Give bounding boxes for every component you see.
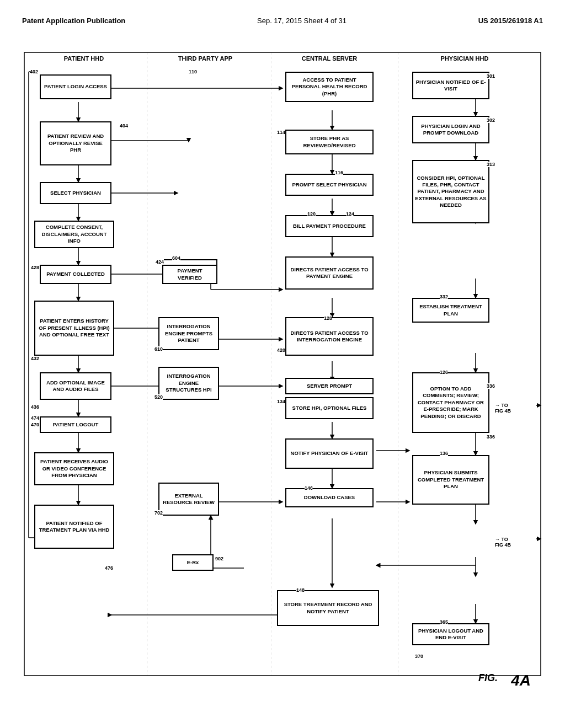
box-patient-enters-hpi: PATIENT ENTERS HISTORY OF PRESENT ILLNES… — [34, 301, 114, 356]
label-902: 902 — [215, 556, 223, 561]
box-interrogation-structures: INTERROGATION ENGINE STRUCTURES HPI — [158, 367, 219, 400]
box-add-optional: ADD OPTIONAL IMAGE AND AUDIO FILES — [40, 372, 111, 400]
box-access-phr: ACCESS TO PATIENT PERSONAL HEALTH RECORD… — [285, 72, 374, 102]
label-120: 120 — [307, 211, 316, 217]
header-left: Patent Application Publication — [22, 17, 125, 25]
label-332: 332 — [440, 294, 448, 299]
label-136: 136 — [440, 451, 448, 456]
label-301: 301 — [487, 73, 495, 79]
box-physician-login: PHYSICIAN LOGIN AND PROMPT DOWNLOAD — [412, 116, 489, 143]
col-header-physician: PHYSICIAN HHD — [404, 55, 525, 62]
box-physician-notified: PHYSICIAN NOTIFIED OF E-VISIT — [412, 72, 489, 99]
label-134: 134 — [277, 399, 285, 404]
label-604: 604 — [172, 255, 180, 261]
label-424: 424 — [156, 259, 164, 265]
label-110: 110 — [189, 69, 197, 74]
box-download-cases: DOWNLOAD CASES — [285, 488, 374, 507]
label-336b: 336 — [487, 434, 495, 440]
header-center: Sep. 17, 2015 Sheet 4 of 31 — [257, 17, 347, 25]
col-header-central-server: CENTRAL SERVER — [274, 55, 385, 62]
label-420: 420 — [277, 347, 285, 353]
label-476: 476 — [105, 565, 113, 571]
box-external-resource: EXTERNAL RESOURCE REVIEW — [158, 483, 219, 516]
box-physician-logout: PHYSICIAN LOGOUT AND END E-VISIT — [412, 623, 489, 645]
box-store-treatment: STORE TREATMENT RECORD AND NOTIFY PATIEN… — [277, 590, 379, 626]
label-to-fig4b-2: → TOFIG 4B — [495, 537, 511, 548]
box-option-to-add: OPTION TO ADD COMMENTS; REVIEW; CONTACT … — [412, 372, 489, 433]
label-404: 404 — [120, 123, 128, 129]
col-header-patient: PATIENT HHD — [29, 55, 139, 62]
col-header-third-party: THIRD PARTY APP — [150, 55, 260, 62]
label-520: 520 — [154, 394, 163, 400]
box-patient-receives: PATIENT RECEIVES AUDIO OR VIDEO CONFEREN… — [34, 452, 114, 485]
box-establish-treatment: ESTABLISH TREATMENT PLAN — [412, 298, 489, 323]
label-436: 436 — [31, 404, 39, 410]
label-146: 146 — [305, 485, 313, 491]
box-store-phr: STORE PHR AS REVIEWED/REVISED — [285, 130, 374, 154]
box-patient-review: PATIENT REVIEW AND OPTIONALLY REVISE PHR — [40, 121, 111, 165]
label-313: 313 — [487, 162, 495, 167]
label-702: 702 — [154, 510, 163, 516]
label-116: 116 — [335, 170, 343, 175]
label-124: 124 — [346, 211, 354, 217]
page: Patent Application Publication Sep. 17, … — [0, 0, 565, 728]
label-to-fig4b-1: → TOFIG 4B — [495, 403, 511, 414]
label-432: 432 — [31, 356, 39, 361]
box-interrogation-prompts: INTERROGATION ENGINE PROMPTS PATIENT — [158, 317, 219, 350]
box-physician-submits: PHYSICIAN SUBMITS COMPLETED TREATMENT PL… — [412, 455, 489, 505]
header-right: US 2015/261918 A1 — [478, 17, 543, 25]
box-select-physician: SELECT PHYSICIAN — [40, 182, 111, 204]
box-directs-patient-payment: DIRECTS PATIENT ACCESS TO PAYMENT ENGINE — [285, 256, 374, 290]
page-header: Patent Application Publication Sep. 17, … — [22, 11, 543, 36]
box-prompt-select: PROMPT SELECT PHYSICIAN — [285, 174, 374, 196]
label-114: 114 — [277, 130, 285, 135]
box-complete-consent: COMPLETE CONSENT, DISCLAIMERS, ACCOUNT I… — [34, 221, 114, 248]
label-402: 402 — [30, 69, 38, 74]
box-erx: E-Rx — [172, 554, 214, 571]
label-128: 128 — [324, 315, 332, 321]
label-302: 302 — [487, 117, 495, 123]
label-336a: 336 — [487, 383, 495, 389]
box-directs-patient-interrogation: DIRECTS PATIENT ACCESS TO INTERROGATION … — [285, 317, 374, 356]
box-patient-logout: PATIENT LOGOUT — [40, 416, 111, 433]
box-consider-hpi: CONSIDER HPI, OPTIONAL FILES, PHR, CONTA… — [412, 160, 489, 223]
label-126: 126 — [440, 370, 448, 375]
label-148: 148 — [296, 587, 305, 593]
label-365: 365 — [440, 619, 448, 625]
box-store-hpi: STORE HPI, OPTIONAL FILES — [285, 397, 374, 419]
label-610: 610 — [154, 346, 163, 352]
box-server-prompt: SERVER PROMPT — [285, 378, 374, 394]
box-patient-login: PATIENT LOGIN ACCESS — [40, 74, 111, 99]
box-bill-payment: BILL PAYMENT PROCEDURE — [285, 215, 374, 237]
label-470: 470 — [31, 422, 39, 427]
label-428: 428 — [31, 265, 39, 270]
diagram: PATIENT HHD THIRD PARTY APP CENTRAL SERV… — [23, 36, 542, 698]
box-payment-collected: PAYMENT COLLECTED — [40, 265, 111, 284]
box-notify-physician: NOTIFY PHYSICIAN OF E-VISIT — [285, 438, 374, 469]
box-payment-verified: PAYMENT VERIFIED — [162, 265, 217, 284]
fig-label: FIG. — [478, 672, 498, 684]
label-474: 474 — [31, 415, 39, 421]
fig-number: 4A — [511, 672, 531, 689]
box-patient-notified-plan: PATIENT NOTIFIED OF TREATMENT PLAN VIA H… — [34, 505, 114, 549]
label-370: 370 — [415, 654, 423, 659]
